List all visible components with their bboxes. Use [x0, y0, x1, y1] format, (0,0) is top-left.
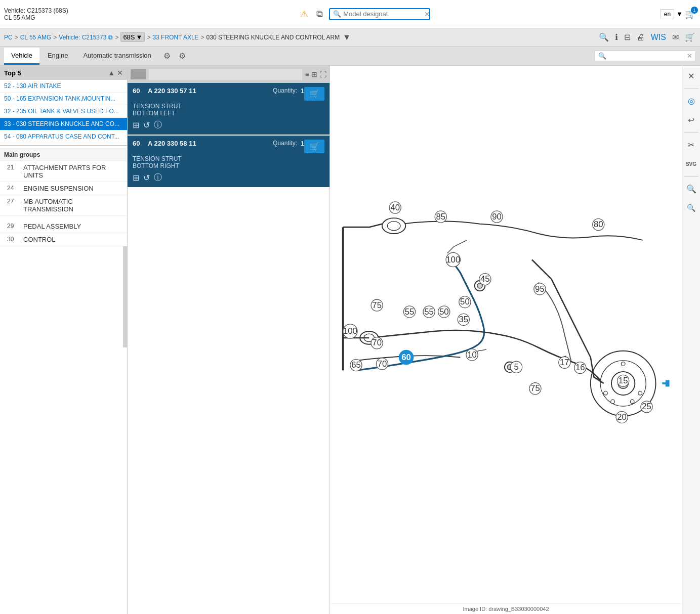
svg-text:40: 40 — [390, 203, 400, 212]
sidebar-scroll[interactable]: 52 - 130 AIR INTAKE 50 - 165 EXPANSION T… — [0, 80, 127, 614]
sidebar-group-24-label: ENGINE SUSPENSION — [23, 185, 94, 192]
rt-zoom-in-btn[interactable]: 🔍 — [683, 181, 699, 197]
sidebar-group-21[interactable]: 21 ATTACHMENT PARTS FOR UNITS — [0, 161, 127, 182]
tab-automatic-transmission[interactable]: Automatic transmission — [76, 48, 158, 65]
parts-fullscreen-btn[interactable]: ⛶ — [319, 70, 326, 78]
search-clear-icon[interactable]: ✕ — [424, 10, 430, 18]
part-item-0-header: 60 A 220 330 57 11 Quantity: 1 🛒 — [133, 87, 324, 101]
svg-text:35: 35 — [459, 315, 469, 324]
svg-text:55: 55 — [405, 307, 415, 317]
info-btn[interactable]: ℹ — [614, 31, 619, 43]
top5-header: Top 5 ▲ ✕ — [0, 66, 127, 80]
breadcrumb-pc[interactable]: PC — [4, 34, 13, 41]
zoom-btn[interactable]: 🔍 — [598, 31, 610, 43]
sidebar-group-29[interactable]: 29 PEDAL ASSEMBLY — [0, 220, 127, 233]
rt-target-btn[interactable]: ◎ — [683, 93, 699, 109]
top5-collapse-btn[interactable]: ▲ — [108, 69, 115, 77]
vehicle-copy-icon[interactable]: ⧉ — [108, 34, 113, 41]
rt-close-btn[interactable]: ✕ — [683, 68, 699, 84]
sidebar-group-21-label: ATTACHMENT PARTS FOR UNITS — [23, 164, 123, 179]
sidebar-item-2[interactable]: 32 - 235 OIL TANK & VALVES USED FO... — [0, 105, 127, 118]
tab-icon-2[interactable]: ⚙ — [175, 48, 190, 64]
diagram-svg: 40 85 90 80 100 — [330, 66, 682, 603]
mail-btn[interactable]: ✉ — [671, 31, 680, 43]
print-btn[interactable]: 🖨 — [636, 32, 646, 43]
svg-text:85: 85 — [436, 212, 445, 222]
parts-search-bar[interactable] — [149, 69, 302, 80]
alert-button[interactable]: ⚠ — [298, 7, 310, 22]
part-1-cart-btn[interactable]: 🛒 — [304, 140, 324, 153]
sidebar-group-27[interactable]: 27 MB AUTOMATIC TRANSMISSION — [0, 195, 127, 216]
rt-zoom-out-btn[interactable]: 🔍 — [683, 200, 699, 216]
part-0-info-btn[interactable]: ⓘ — [154, 120, 162, 130]
language-button[interactable]: en — [661, 9, 674, 19]
breadcrumb-vehicle[interactable]: Vehicle: C215373 — [59, 34, 106, 41]
breadcrumb-cl55[interactable]: CL 55 AMG — [20, 34, 52, 41]
sidebar-item-3[interactable]: 33 - 030 STEERING KNUCKLE AND CO... — [0, 118, 127, 130]
parts-list-icons: ≡ ⊞ ⛶ — [305, 70, 326, 78]
filter-btn[interactable]: ⊟ — [623, 31, 632, 43]
sidebar-group-24[interactable]: 24 ENGINE SUSPENSION — [0, 182, 127, 195]
top5-close-btn[interactable]: ✕ — [117, 69, 123, 77]
part-0-actions: ⊞ ↺ ⓘ — [133, 120, 324, 130]
svg-point-7 — [621, 362, 625, 366]
tab-engine[interactable]: Engine — [40, 48, 75, 65]
sidebar-scrollbar[interactable] — [123, 246, 127, 347]
breadcrumb-actions: 🔍 ℹ ⊟ 🖨 WIS ✉ 🛒 — [598, 31, 696, 43]
part-1-info-btn[interactable]: ⓘ — [154, 172, 162, 183]
svg-text:16: 16 — [575, 363, 585, 372]
sidebar-item-1[interactable]: 50 - 165 EXPANSION TANK,MOUNTIN... — [0, 93, 127, 105]
diagram-container[interactable]: 40 85 90 80 100 — [330, 66, 682, 603]
part-0-number: A 220 330 57 11 — [148, 87, 273, 95]
spacer — [0, 216, 127, 220]
svg-text:75: 75 — [372, 300, 382, 310]
wis-btn[interactable]: WIS — [650, 32, 667, 43]
rt-scissors-btn[interactable]: ✂ — [683, 137, 699, 153]
part-1-refresh-btn[interactable]: ↺ — [143, 173, 150, 183]
svg-text:65: 65 — [351, 360, 361, 370]
main-layout: Top 5 ▲ ✕ 52 - 130 AIR INTAKE 50 - 165 E… — [0, 66, 700, 614]
main-groups-title: Main groups — [0, 148, 127, 161]
dropdown-arrow: ▼ — [136, 33, 143, 41]
cart-button[interactable]: 🛒 1 — [685, 9, 696, 20]
rt-undo-btn[interactable]: ↩ — [683, 112, 699, 128]
part-1-qty: 1 — [301, 140, 304, 147]
sidebar-item-0[interactable]: 52 - 130 AIR INTAKE — [0, 80, 127, 93]
part-1-grid-btn[interactable]: ⊞ — [133, 173, 139, 183]
search-icon: 🔍 — [333, 10, 341, 18]
parts-scroll[interactable]: 60 A 220 330 57 11 Quantity: 1 🛒 TENSION… — [128, 83, 330, 614]
svg-text:5: 5 — [514, 362, 518, 372]
tab-search-icon: 🔍 — [598, 52, 606, 60]
parts-list-view-btn[interactable]: ≡ — [305, 70, 309, 78]
copy-button[interactable]: ⧉ — [314, 7, 325, 21]
svg-point-8 — [638, 391, 642, 395]
breadcrumb-dropdown-btn[interactable]: ▼ — [342, 32, 352, 43]
part-0-grid-btn[interactable]: ⊞ — [133, 120, 139, 130]
svg-text:25: 25 — [642, 402, 651, 412]
tabs-bar: Vehicle Engine Automatic transmission ⚙ … — [0, 47, 700, 66]
sidebar-item-4[interactable]: 54 - 080 APPARATUS CASE AND CONT... — [0, 130, 127, 143]
part-0-refresh-btn[interactable]: ↺ — [143, 120, 150, 130]
lang-dropdown-icon: ▼ — [676, 10, 683, 18]
vehicle-info: Vehicle: C215373 (68S) CL 55 AMG — [4, 7, 68, 21]
sidebar-group-30[interactable]: 30 CONTROL — [0, 233, 127, 246]
part-1-number: A 220 330 58 11 — [148, 140, 273, 147]
breadcrumb-68s-dropdown[interactable]: 68S ▼ — [120, 32, 145, 42]
svg-text:100: 100 — [446, 255, 460, 265]
part-0-cart-btn[interactable]: 🛒 — [304, 87, 324, 101]
breadcrumb-33frontaxle[interactable]: 33 FRONT AXLE — [152, 34, 198, 41]
tab-vehicle[interactable]: Vehicle — [4, 48, 39, 65]
basket-btn[interactable]: 🛒 — [684, 31, 696, 43]
tab-icon-1[interactable]: ⚙ — [159, 48, 175, 64]
header: Vehicle: C215373 (68S) CL 55 AMG ⚠ ⧉ 🔍 ✕… — [0, 0, 700, 28]
tab-search-input[interactable] — [606, 53, 687, 60]
parts-expand-btn[interactable]: ⊞ — [311, 70, 317, 78]
part-item-0: 60 A 220 330 57 11 Quantity: 1 🛒 TENSION… — [128, 83, 330, 135]
tab-search-clear[interactable]: ✕ — [687, 52, 692, 60]
model-search-input[interactable] — [343, 10, 424, 18]
sidebar: Top 5 ▲ ✕ 52 - 130 AIR INTAKE 50 - 165 E… — [0, 66, 128, 614]
rt-svg-btn[interactable]: SVG — [683, 156, 699, 172]
svg-rect-0 — [330, 195, 682, 474]
svg-rect-73 — [666, 380, 670, 387]
right-toolbar: ✕ ◎ ↩ ✂ SVG 🔍 🔍 — [682, 66, 700, 614]
